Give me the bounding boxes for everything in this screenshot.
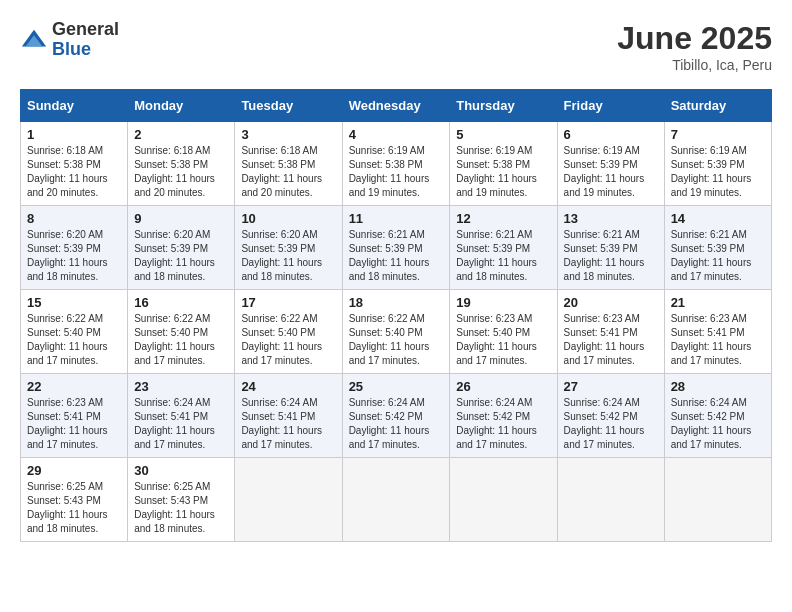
daylight-label: Daylight: 11 hours and 18 minutes. <box>134 257 215 282</box>
day-number: 4 <box>349 127 444 142</box>
calendar-cell: 21 Sunrise: 6:23 AM Sunset: 5:41 PM Dayl… <box>664 290 771 374</box>
sunset-label: Sunset: 5:39 PM <box>349 243 423 254</box>
daylight-label: Daylight: 11 hours and 18 minutes. <box>241 257 322 282</box>
day-info: Sunrise: 6:25 AM Sunset: 5:43 PM Dayligh… <box>27 480 121 536</box>
day-number: 16 <box>134 295 228 310</box>
daylight-label: Daylight: 11 hours and 17 minutes. <box>456 425 537 450</box>
calendar-header-row: Sunday Monday Tuesday Wednesday Thursday… <box>21 90 772 122</box>
day-info: Sunrise: 6:23 AM Sunset: 5:41 PM Dayligh… <box>671 312 765 368</box>
day-info: Sunrise: 6:21 AM Sunset: 5:39 PM Dayligh… <box>456 228 550 284</box>
sunset-label: Sunset: 5:42 PM <box>564 411 638 422</box>
sunset-label: Sunset: 5:41 PM <box>241 411 315 422</box>
title-block: June 2025 Tibillo, Ica, Peru <box>617 20 772 73</box>
sunrise-label: Sunrise: 6:19 AM <box>564 145 640 156</box>
daylight-label: Daylight: 11 hours and 18 minutes. <box>27 257 108 282</box>
header-tuesday: Tuesday <box>235 90 342 122</box>
calendar-cell: 3 Sunrise: 6:18 AM Sunset: 5:38 PM Dayli… <box>235 122 342 206</box>
day-number: 1 <box>27 127 121 142</box>
daylight-label: Daylight: 11 hours and 17 minutes. <box>456 341 537 366</box>
sunset-label: Sunset: 5:43 PM <box>27 495 101 506</box>
sunset-label: Sunset: 5:39 PM <box>671 159 745 170</box>
sunrise-label: Sunrise: 6:19 AM <box>349 145 425 156</box>
day-number: 6 <box>564 127 658 142</box>
calendar-week-2: 8 Sunrise: 6:20 AM Sunset: 5:39 PM Dayli… <box>21 206 772 290</box>
day-info: Sunrise: 6:24 AM Sunset: 5:41 PM Dayligh… <box>134 396 228 452</box>
calendar-cell: 5 Sunrise: 6:19 AM Sunset: 5:38 PM Dayli… <box>450 122 557 206</box>
day-info: Sunrise: 6:23 AM Sunset: 5:41 PM Dayligh… <box>564 312 658 368</box>
sunset-label: Sunset: 5:39 PM <box>134 243 208 254</box>
day-info: Sunrise: 6:18 AM Sunset: 5:38 PM Dayligh… <box>134 144 228 200</box>
day-info: Sunrise: 6:22 AM Sunset: 5:40 PM Dayligh… <box>27 312 121 368</box>
daylight-label: Daylight: 11 hours and 19 minutes. <box>456 173 537 198</box>
day-info: Sunrise: 6:24 AM Sunset: 5:42 PM Dayligh… <box>349 396 444 452</box>
sunrise-label: Sunrise: 6:24 AM <box>349 397 425 408</box>
daylight-label: Daylight: 11 hours and 17 minutes. <box>564 341 645 366</box>
logo: General Blue <box>20 20 119 60</box>
day-info: Sunrise: 6:21 AM Sunset: 5:39 PM Dayligh… <box>671 228 765 284</box>
day-number: 30 <box>134 463 228 478</box>
daylight-label: Daylight: 11 hours and 17 minutes. <box>564 425 645 450</box>
sunrise-label: Sunrise: 6:20 AM <box>27 229 103 240</box>
sunset-label: Sunset: 5:38 PM <box>27 159 101 170</box>
calendar-cell <box>342 458 450 542</box>
day-info: Sunrise: 6:23 AM Sunset: 5:41 PM Dayligh… <box>27 396 121 452</box>
sunset-label: Sunset: 5:41 PM <box>27 411 101 422</box>
location: Tibillo, Ica, Peru <box>617 57 772 73</box>
header-friday: Friday <box>557 90 664 122</box>
sunset-label: Sunset: 5:39 PM <box>27 243 101 254</box>
sunrise-label: Sunrise: 6:24 AM <box>564 397 640 408</box>
daylight-label: Daylight: 11 hours and 18 minutes. <box>349 257 430 282</box>
calendar-cell: 22 Sunrise: 6:23 AM Sunset: 5:41 PM Dayl… <box>21 374 128 458</box>
calendar-cell: 13 Sunrise: 6:21 AM Sunset: 5:39 PM Dayl… <box>557 206 664 290</box>
day-info: Sunrise: 6:20 AM Sunset: 5:39 PM Dayligh… <box>134 228 228 284</box>
sunrise-label: Sunrise: 6:20 AM <box>241 229 317 240</box>
daylight-label: Daylight: 11 hours and 18 minutes. <box>134 509 215 534</box>
day-number: 3 <box>241 127 335 142</box>
calendar-cell: 2 Sunrise: 6:18 AM Sunset: 5:38 PM Dayli… <box>128 122 235 206</box>
page-header: General Blue June 2025 Tibillo, Ica, Per… <box>20 20 772 73</box>
sunrise-label: Sunrise: 6:23 AM <box>456 313 532 324</box>
sunrise-label: Sunrise: 6:18 AM <box>134 145 210 156</box>
daylight-label: Daylight: 11 hours and 18 minutes. <box>27 509 108 534</box>
day-info: Sunrise: 6:19 AM Sunset: 5:39 PM Dayligh… <box>564 144 658 200</box>
sunrise-label: Sunrise: 6:25 AM <box>134 481 210 492</box>
sunset-label: Sunset: 5:39 PM <box>241 243 315 254</box>
calendar-cell: 27 Sunrise: 6:24 AM Sunset: 5:42 PM Dayl… <box>557 374 664 458</box>
calendar-cell: 30 Sunrise: 6:25 AM Sunset: 5:43 PM Dayl… <box>128 458 235 542</box>
sunrise-label: Sunrise: 6:22 AM <box>241 313 317 324</box>
day-info: Sunrise: 6:24 AM Sunset: 5:42 PM Dayligh… <box>564 396 658 452</box>
sunrise-label: Sunrise: 6:22 AM <box>349 313 425 324</box>
sunrise-label: Sunrise: 6:18 AM <box>27 145 103 156</box>
calendar-cell: 8 Sunrise: 6:20 AM Sunset: 5:39 PM Dayli… <box>21 206 128 290</box>
calendar-cell: 6 Sunrise: 6:19 AM Sunset: 5:39 PM Dayli… <box>557 122 664 206</box>
daylight-label: Daylight: 11 hours and 20 minutes. <box>27 173 108 198</box>
sunrise-label: Sunrise: 6:19 AM <box>456 145 532 156</box>
logo-text: General Blue <box>52 20 119 60</box>
sunrise-label: Sunrise: 6:23 AM <box>671 313 747 324</box>
calendar-cell: 15 Sunrise: 6:22 AM Sunset: 5:40 PM Dayl… <box>21 290 128 374</box>
sunrise-label: Sunrise: 6:21 AM <box>456 229 532 240</box>
sunset-label: Sunset: 5:40 PM <box>27 327 101 338</box>
calendar-cell: 23 Sunrise: 6:24 AM Sunset: 5:41 PM Dayl… <box>128 374 235 458</box>
sunset-label: Sunset: 5:41 PM <box>671 327 745 338</box>
daylight-label: Daylight: 11 hours and 19 minutes. <box>349 173 430 198</box>
sunrise-label: Sunrise: 6:21 AM <box>349 229 425 240</box>
sunrise-label: Sunrise: 6:22 AM <box>27 313 103 324</box>
sunset-label: Sunset: 5:39 PM <box>456 243 530 254</box>
sunrise-label: Sunrise: 6:21 AM <box>671 229 747 240</box>
day-info: Sunrise: 6:22 AM Sunset: 5:40 PM Dayligh… <box>349 312 444 368</box>
daylight-label: Daylight: 11 hours and 17 minutes. <box>671 341 752 366</box>
calendar-cell: 11 Sunrise: 6:21 AM Sunset: 5:39 PM Dayl… <box>342 206 450 290</box>
calendar-cell <box>664 458 771 542</box>
daylight-label: Daylight: 11 hours and 19 minutes. <box>671 173 752 198</box>
calendar-cell: 26 Sunrise: 6:24 AM Sunset: 5:42 PM Dayl… <box>450 374 557 458</box>
day-info: Sunrise: 6:25 AM Sunset: 5:43 PM Dayligh… <box>134 480 228 536</box>
day-info: Sunrise: 6:19 AM Sunset: 5:39 PM Dayligh… <box>671 144 765 200</box>
daylight-label: Daylight: 11 hours and 17 minutes. <box>349 425 430 450</box>
sunset-label: Sunset: 5:41 PM <box>134 411 208 422</box>
sunrise-label: Sunrise: 6:22 AM <box>134 313 210 324</box>
sunset-label: Sunset: 5:40 PM <box>349 327 423 338</box>
sunrise-label: Sunrise: 6:25 AM <box>27 481 103 492</box>
calendar-cell <box>557 458 664 542</box>
sunrise-label: Sunrise: 6:23 AM <box>564 313 640 324</box>
